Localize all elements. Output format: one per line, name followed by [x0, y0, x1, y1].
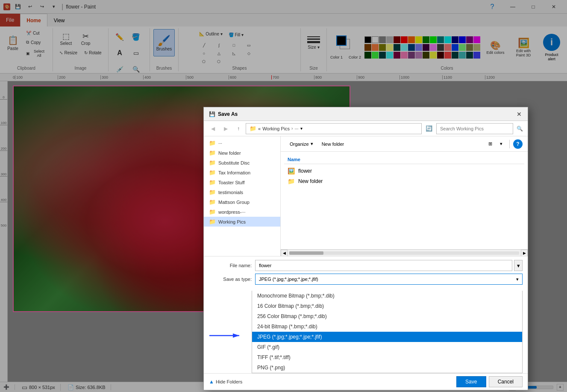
- dialog-file-list: Name 🖼️ flower 📁 New folder: [281, 152, 528, 249]
- dialog-search-input[interactable]: [436, 123, 513, 134]
- folder-icon-6: 📁: [209, 189, 216, 195]
- sidebar-item-label-8: wordpress-···: [218, 209, 246, 215]
- dialog-main-toolbar: Organize ▾ New folder ⊞ ▾ ?: [281, 136, 528, 152]
- dropdown-option-monochrome[interactable]: Monochrome Bitmap (*.bmp;*.dib): [252, 291, 522, 301]
- sidebar-item-label-7: Mattson Group: [218, 200, 250, 205]
- sidebar-item-3[interactable]: 📁 Substitute Disc: [204, 158, 280, 168]
- sidebar-item-5[interactable]: 📁 Toaster Stuff: [204, 177, 280, 187]
- dialog-back-button[interactable]: ◀: [207, 124, 218, 134]
- path-separator: «: [258, 126, 261, 131]
- dialog-refresh-button[interactable]: 🔄: [423, 123, 435, 134]
- dialog-nav-toolbar: ◀ ▶ ↑ 📁 « Working Pics › ··· ▾ 🔄 🔍: [204, 121, 528, 136]
- dialog-forward-button[interactable]: ▶: [220, 124, 231, 134]
- hscroll-track[interactable]: [289, 251, 519, 255]
- dialog-title: 💾 Save As: [209, 111, 238, 117]
- save-as-dialog: 💾 Save As ✕ ◀ ▶ ↑ 📁 « Working Pics › ···…: [203, 107, 528, 390]
- folder-icon-4: 📁: [209, 169, 216, 176]
- save-button[interactable]: Save: [456, 376, 486, 387]
- annotation-arrow: [209, 330, 244, 341]
- file-list-header: Name: [284, 155, 524, 164]
- sidebar-item-label-working: Working Pics: [218, 219, 246, 224]
- file-folder-icon: 📁: [288, 178, 295, 185]
- savetype-row: Save as type: JPEG (*.jpg;*.jpeg;*.jpe;*…: [209, 274, 523, 285]
- folder-icon-8: 📁: [209, 209, 216, 215]
- new-folder-button[interactable]: New folder: [317, 139, 349, 149]
- dialog-search-icon[interactable]: 🔍: [515, 124, 524, 133]
- sidebar-item-1[interactable]: 📁 ···: [204, 138, 280, 148]
- folder-icon-3: 📁: [209, 159, 216, 166]
- sidebar-item-label-3: Substitute Disc: [218, 160, 250, 165]
- dialog-view-controls: ⊞ ▾ ?: [485, 139, 523, 149]
- dialog-sidebar: 📁 ··· 📁 New folder 📁 Substitute Disc 📁 T…: [204, 136, 281, 256]
- dropdown-option-png[interactable]: PNG (*.png): [252, 363, 522, 373]
- sidebar-item-working-pics[interactable]: 📁 Working Pics: [204, 217, 280, 227]
- hscroll-left-button[interactable]: ◀: [281, 250, 288, 256]
- dropdown-option-16color[interactable]: 16 Color Bitmap (*.bmp;*.dib): [252, 301, 522, 311]
- folder-icon-2: 📁: [209, 150, 216, 156]
- sidebar-item-7[interactable]: 📁 Mattson Group: [204, 197, 280, 207]
- file-item-flower-name: flower: [298, 168, 312, 174]
- path-current: Working Pics: [262, 126, 290, 131]
- folder-icon-7: 📁: [209, 199, 216, 205]
- file-item-newfolder-name: New folder: [298, 178, 323, 184]
- dialog-footer: ▲ Hide Folders Save Cancel: [204, 373, 528, 390]
- sidebar-item-8[interactable]: 📁 wordpress-···: [204, 207, 280, 217]
- dialog-content: 📁 ··· 📁 New folder 📁 Substitute Disc 📁 T…: [204, 136, 528, 256]
- savetype-dropdown-container: Monochrome Bitmap (*.bmp;*.dib) 16 Color…: [204, 291, 528, 373]
- dialog-action-buttons: Save Cancel: [456, 376, 523, 387]
- folder-icon-working: 📁: [209, 218, 216, 225]
- savetype-label: Save as type:: [209, 277, 252, 282]
- dialog-help-button[interactable]: ?: [513, 139, 523, 149]
- file-item-newfolder[interactable]: 📁 New folder: [284, 176, 524, 186]
- path-dropdown-button[interactable]: ▾: [300, 126, 303, 131]
- dropdown-option-tiff[interactable]: TIFF (*.tif;*.tiff): [252, 352, 522, 363]
- savetype-chevron: ▾: [516, 277, 519, 282]
- dropdown-option-gif[interactable]: GIF (*.gif): [252, 342, 522, 352]
- sidebar-item-2[interactable]: 📁 New folder: [204, 148, 280, 158]
- hide-folders-arrow-icon: ▲: [209, 379, 214, 385]
- dropdown-option-256color[interactable]: 256 Color Bitmap (*.bmp;*.dib): [252, 311, 522, 321]
- view-toggle-button[interactable]: ⊞: [485, 139, 495, 149]
- dropdown-option-24bit[interactable]: 24-bit Bitmap (*.bmp;*.dib): [252, 321, 522, 332]
- dialog-main-area: Organize ▾ New folder ⊞ ▾ ? Name: [281, 136, 528, 256]
- dialog-bottom: File name: ▾ Save as type: JPEG (*.jpg;*…: [204, 256, 528, 291]
- savetype-dropdown: Monochrome Bitmap (*.bmp;*.dib) 16 Color…: [252, 291, 523, 373]
- savetype-select[interactable]: JPEG (*.jpg;*.jpeg;*.jpe;*.jfif) ▾: [255, 274, 523, 285]
- folder-icon-1: 📁: [209, 140, 216, 146]
- filename-label: File name:: [209, 263, 252, 268]
- file-item-flower[interactable]: 🖼️ flower: [284, 166, 524, 176]
- sidebar-item-label-5: Toaster Stuff: [218, 180, 245, 185]
- sidebar-item-label-2: New folder: [218, 150, 241, 156]
- hide-folders-button[interactable]: ▲ Hide Folders: [209, 379, 242, 385]
- dropdown-option-jpeg[interactable]: JPEG (*.jpg;*.jpeg;*.jpe;*.jfif): [252, 332, 522, 342]
- dialog-icon: 💾: [209, 111, 215, 117]
- dialog-titlebar: 💾 Save As ✕: [204, 107, 528, 121]
- filename-input[interactable]: [255, 260, 512, 271]
- cancel-button[interactable]: Cancel: [489, 376, 523, 387]
- folder-icon-5: 📁: [209, 179, 216, 186]
- view-dropdown-button[interactable]: ▾: [496, 139, 506, 149]
- organize-chevron: ▾: [311, 141, 313, 147]
- path-folder-icon: 📁: [250, 125, 256, 132]
- path-sub: ···: [294, 126, 298, 131]
- sidebar-item-6[interactable]: 📁 testimonials: [204, 187, 280, 197]
- hscroll-thumb[interactable]: [289, 251, 323, 255]
- file-image-icon: 🖼️: [288, 168, 295, 174]
- sidebar-item-label-4: Tax Information: [218, 170, 250, 175]
- dialog-up-button[interactable]: ↑: [233, 124, 244, 134]
- path-chevron: ›: [291, 126, 293, 131]
- dialog-horizontal-scrollbar[interactable]: ◀ ▶: [281, 249, 528, 256]
- dialog-path-bar: 📁 « Working Pics › ··· ▾: [246, 123, 422, 134]
- filename-row: File name: ▾: [209, 260, 523, 271]
- savetype-value: JPEG (*.jpg;*.jpeg;*.jpe;*.jfif): [259, 277, 318, 282]
- sidebar-item-label-1: ···: [218, 141, 222, 146]
- filename-dropdown-button[interactable]: ▾: [514, 260, 523, 271]
- dialog-close-button[interactable]: ✕: [514, 109, 524, 119]
- hscroll-right-button[interactable]: ▶: [521, 250, 528, 256]
- arrow-annotation: [209, 330, 244, 341]
- sidebar-item-label-6: testimonials: [218, 190, 243, 195]
- organize-button[interactable]: Organize ▾: [286, 139, 317, 149]
- sidebar-item-4[interactable]: 📁 Tax Information: [204, 168, 280, 177]
